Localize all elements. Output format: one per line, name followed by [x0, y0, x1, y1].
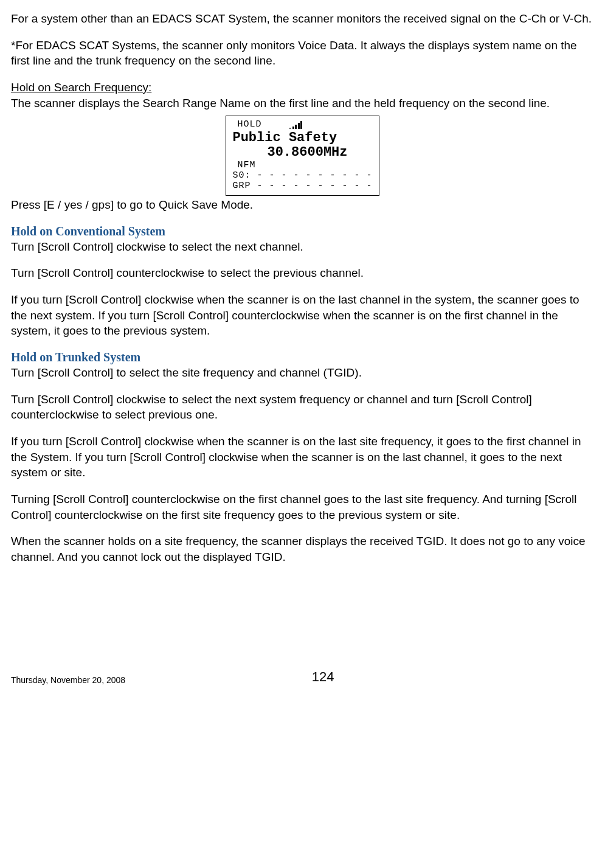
paragraph-edacs-scat: *For EDACS SCAT Systems, the scanner onl…: [11, 38, 594, 69]
conv-p1: Turn [Scroll Control] clockwise to selec…: [11, 239, 594, 255]
trunk-p1: Turn [Scroll Control] to select the site…: [11, 365, 594, 381]
hold-search-label: Hold on Search Frequency:: [11, 81, 151, 94]
hold-search-desc: The scanner displays the Search Range Na…: [11, 97, 550, 109]
page-footer: Thursday, November 20, 2008 124: [11, 668, 594, 686]
trunk-p3: If you turn [Scroll Control] clockwise w…: [11, 434, 594, 481]
conv-p3: If you turn [Scroll Control] clockwise w…: [11, 292, 594, 339]
signal-bars-icon: [289, 120, 302, 129]
display-line-name: Public Safety: [232, 131, 372, 145]
display-grp: GRP - - - - - - - - - -: [232, 181, 372, 190]
footer-page-number: 124: [52, 668, 593, 686]
display-mode: NFM: [237, 161, 372, 170]
heading-conventional: Hold on Conventional System: [11, 224, 594, 238]
press-e-instruction: Press [E / yes / gps] to go to Quick Sav…: [11, 197, 594, 213]
conv-p2: Turn [Scroll Control] counterclockwise t…: [11, 265, 594, 281]
trunk-p4: Turning [Scroll Control] counterclockwis…: [11, 491, 594, 523]
display-line-freq: 30.8600MHz: [232, 146, 372, 159]
heading-trunked: Hold on Trunked System: [11, 350, 594, 364]
trunk-p5: When the scanner holds on a site frequen…: [11, 533, 594, 564]
trunk-p2: Turn [Scroll Control] clockwise to selec…: [11, 392, 594, 423]
lcd-display: HOLD Public Safety 30.8600MHz NFM S0: - …: [226, 116, 379, 196]
display-hold-label: HOLD: [237, 120, 261, 129]
display-s0: S0: - - - - - - - - - -: [232, 171, 372, 180]
paragraph-edacs-other: For a system other than an EDACS SCAT Sy…: [11, 11, 594, 27]
